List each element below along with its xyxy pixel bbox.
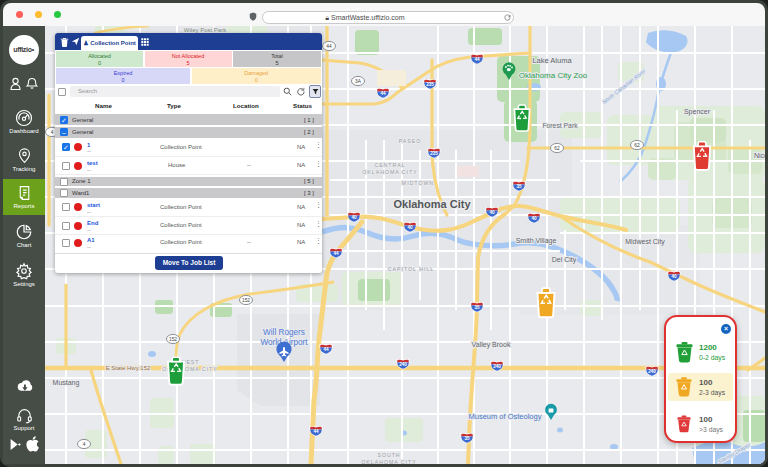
svg-text:235: 235 — [426, 82, 434, 87]
svg-text:E State Hwy 152: E State Hwy 152 — [106, 365, 151, 371]
svg-text:Spencer: Spencer — [684, 108, 711, 116]
svg-text:152: 152 — [242, 298, 250, 303]
svg-text:Oklahoma City: Oklahoma City — [393, 198, 471, 210]
svg-text:4: 4 — [83, 442, 86, 447]
svg-text:SOUTH: SOUTH — [377, 452, 400, 458]
svg-text:40: 40 — [671, 274, 677, 279]
svg-text:44: 44 — [313, 429, 319, 434]
svg-text:Smith Village: Smith Village — [516, 237, 557, 245]
svg-text:240: 240 — [493, 364, 501, 369]
svg-text:62: 62 — [554, 146, 560, 151]
svg-text:3A: 3A — [355, 79, 362, 84]
svg-text:35: 35 — [516, 184, 522, 189]
svg-text:Museum of Osteology: Museum of Osteology — [469, 412, 542, 421]
svg-text:240: 240 — [648, 369, 656, 374]
svg-text:235: 235 — [430, 151, 438, 156]
svg-text:44: 44 — [326, 44, 332, 49]
svg-text:44: 44 — [380, 91, 386, 96]
svg-text:44: 44 — [474, 57, 480, 62]
svg-text:Midwest City: Midwest City — [625, 238, 665, 246]
svg-text:40: 40 — [407, 225, 413, 230]
svg-text:Valley Brook: Valley Brook — [472, 341, 511, 349]
svg-text:62: 62 — [634, 143, 640, 148]
svg-text:Oklahoma City Zoo: Oklahoma City Zoo — [519, 71, 588, 80]
svg-text:Forest Park: Forest Park — [542, 122, 578, 129]
svg-text:OKLAHOMA CITY: OKLAHOMA CITY — [361, 459, 416, 464]
svg-text:Del City: Del City — [552, 256, 577, 264]
svg-text:40: 40 — [531, 216, 537, 221]
svg-text:Nico: Nico — [754, 152, 765, 159]
svg-text:OKLAHOMA CITY: OKLAHOMA CITY — [362, 169, 417, 175]
svg-text:240: 240 — [399, 362, 407, 367]
svg-text:CAPITOL HILL: CAPITOL HILL — [388, 266, 434, 272]
svg-text:35: 35 — [474, 305, 480, 310]
svg-text:35: 35 — [464, 436, 470, 441]
svg-text:Lake Aluma: Lake Aluma — [532, 56, 572, 65]
svg-text:CENTRAL: CENTRAL — [374, 162, 405, 168]
svg-text:40: 40 — [489, 210, 495, 215]
svg-text:152: 152 — [169, 337, 177, 342]
svg-text:Will Rogers: Will Rogers — [263, 328, 305, 337]
svg-text:MIDTOWN: MIDTOWN — [402, 180, 434, 186]
svg-text:PASEO: PASEO — [399, 138, 422, 144]
svg-text:4: 4 — [51, 130, 54, 135]
svg-text:44: 44 — [333, 251, 339, 256]
svg-text:44: 44 — [323, 347, 329, 352]
svg-text:Mustang: Mustang — [53, 379, 80, 387]
svg-text:40: 40 — [351, 215, 357, 220]
